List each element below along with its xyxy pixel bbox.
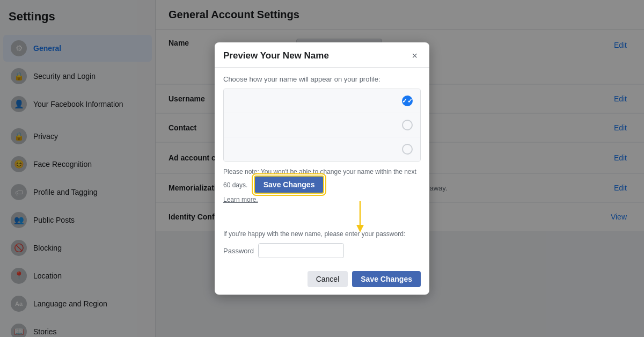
name-option-1[interactable]: ✓ (224, 89, 420, 113)
password-input[interactable] (258, 243, 344, 258)
radio-checked-icon: ✓ (402, 96, 413, 106)
name-options: ✓ (223, 89, 421, 162)
note-text: Please note: You won't be able to change… (223, 168, 421, 194)
learn-more-text: Learn more. (223, 196, 421, 203)
radio-unchecked-icon-1 (402, 120, 413, 130)
password-label: Password (223, 247, 254, 255)
save-changes-button[interactable]: Save Changes (352, 271, 421, 287)
modal-overlay[interactable]: Preview Your New Name × Choose how your … (0, 0, 644, 337)
modal-close-button[interactable]: × (408, 50, 421, 62)
choose-text: Choose how your name will appear on your… (223, 75, 421, 83)
name-option-3[interactable] (224, 137, 420, 161)
cancel-button[interactable]: Cancel (308, 271, 348, 287)
save-changes-inline-button[interactable]: Save Changes (254, 175, 325, 194)
modal-body: Choose how your name will appear on your… (215, 68, 429, 266)
modal: Preview Your New Name × Choose how your … (215, 42, 429, 295)
arrow-annotation (339, 201, 382, 233)
password-row: Password (223, 243, 421, 258)
modal-header: Preview Your New Name × (215, 42, 429, 68)
name-option-2[interactable] (224, 113, 420, 137)
modal-footer: Cancel Save Changes (215, 266, 429, 295)
password-prompt-text: If you're happy with the new name, pleas… (223, 230, 421, 238)
note-area: Please note: You won't be able to change… (223, 168, 421, 203)
svg-marker-1 (356, 225, 364, 232)
modal-title: Preview Your New Name (223, 50, 329, 61)
radio-unchecked-icon-2 (402, 144, 413, 155)
